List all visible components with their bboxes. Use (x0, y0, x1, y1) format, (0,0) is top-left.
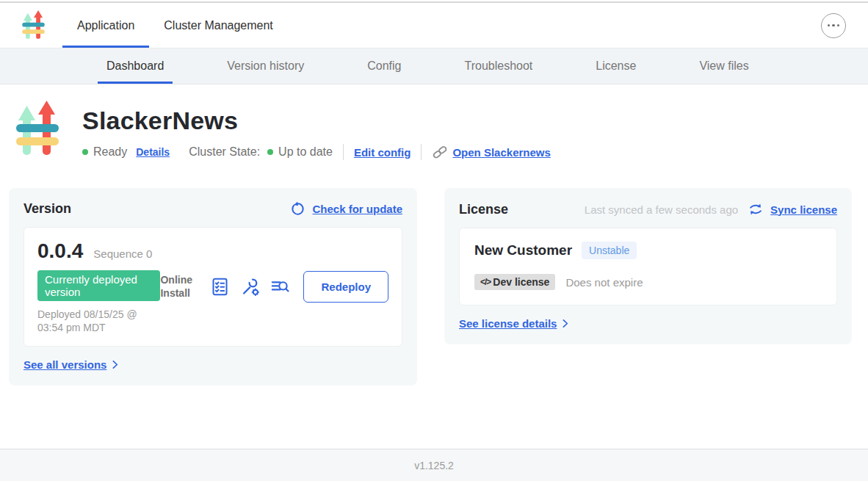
version-number: 0.0.4 (37, 239, 83, 263)
version-card: Version Check for update (9, 188, 417, 386)
deployed-badge: Currently deployed version (37, 270, 160, 301)
edit-config-button[interactable] (240, 277, 260, 297)
check-for-update-link[interactable]: Check for update (290, 201, 402, 217)
divider (343, 144, 344, 160)
chevron-right-icon (109, 358, 121, 371)
primary-nav: Application Cluster Management (62, 3, 288, 48)
see-all-versions-label: See all versions (23, 358, 106, 371)
slackernews-logo-icon-small (22, 10, 45, 41)
open-app-link[interactable]: Open Slackernews (432, 144, 550, 160)
customer-name: New Customer (474, 242, 572, 258)
version-card-header: Version Check for update (23, 201, 402, 217)
footer: v1.125.2 (0, 449, 868, 481)
license-card: License Last synced a few seconds ago Sy… (444, 188, 852, 344)
preflight-checks-button[interactable] (210, 277, 230, 297)
lines-search-icon (270, 277, 290, 297)
version-info: 0.0.4 Sequence 0 Currently deployed vers… (37, 239, 160, 334)
secondary-nav: Dashboard Version history Config Trouble… (0, 48, 868, 84)
version-actions: Online Install (160, 271, 388, 303)
app-header-bar: Application Cluster Management (0, 3, 868, 48)
cluster-state-label: Cluster State: (189, 145, 260, 159)
tab-troubleshoot[interactable]: Troubleshoot (455, 48, 541, 84)
license-customer-row: New Customer Unstable (474, 242, 822, 259)
page: Application Cluster Management Dashboard… (0, 0, 868, 481)
tab-view-files[interactable]: View files (690, 48, 757, 84)
license-type-label: Dev license (493, 276, 549, 288)
edit-config-link[interactable]: Edit config (354, 146, 411, 159)
sync-arrows-icon (748, 201, 764, 217)
tab-version-history[interactable]: Version history (218, 48, 313, 84)
ellipsis-icon (828, 24, 831, 27)
license-card-header: License Last synced a few seconds ago Sy… (459, 201, 837, 217)
cluster-state-value: Up to date (278, 145, 333, 159)
redeploy-button[interactable]: Redeploy (303, 271, 388, 303)
app-summary: SlackerNews Ready Details Cluster State:… (16, 101, 852, 160)
more-menu-button[interactable] (821, 13, 846, 38)
cluster-state-dot (267, 149, 273, 155)
see-license-details-link[interactable]: See license details (459, 317, 837, 330)
license-panel: New Customer Unstable </> Dev license Do… (459, 228, 837, 305)
last-synced-text: Last synced a few seconds ago (585, 203, 738, 216)
license-meta-row: </> Dev license Does not expire (474, 274, 822, 290)
app-status-text: Ready (93, 145, 127, 159)
check-for-update-label: Check for update (312, 203, 402, 215)
sync-license-link[interactable]: Sync license (770, 203, 837, 216)
main-content: SlackerNews Ready Details Cluster State:… (0, 84, 868, 449)
see-license-details-label: See license details (459, 317, 557, 330)
dashboard-cards: Version Check for update (9, 188, 852, 386)
status-details-link[interactable]: Details (136, 146, 170, 158)
tab-dashboard[interactable]: Dashboard (98, 48, 173, 84)
license-sync-area: Last synced a few seconds ago Sync licen… (585, 201, 837, 217)
version-card-title: Version (23, 201, 71, 217)
app-status-dot (82, 149, 88, 155)
install-type-label: Online Install (160, 274, 200, 300)
tab-license[interactable]: License (587, 48, 645, 84)
refresh-icon (290, 201, 305, 217)
license-expiry: Does not expire (565, 276, 643, 289)
console-version: v1.125.2 (414, 460, 454, 471)
channel-badge: Unstable (582, 242, 637, 259)
checklist-icon (210, 277, 230, 297)
wrench-gear-icon (240, 277, 260, 297)
tab-config[interactable]: Config (358, 48, 410, 84)
deployed-timestamp: Deployed 08/15/25 @ 03:54 pm MDT (37, 308, 160, 334)
open-app-link-label: Open Slackernews (452, 146, 550, 159)
license-card-title: License (459, 202, 508, 217)
sequence-label: Sequence 0 (93, 247, 152, 260)
page-title: SlackerNews (82, 106, 551, 135)
app-title-block: SlackerNews Ready Details Cluster State:… (82, 101, 551, 160)
divider (421, 144, 422, 160)
code-icon: </> (480, 277, 491, 287)
tab-application[interactable]: Application (62, 3, 149, 48)
tab-cluster-management[interactable]: Cluster Management (149, 3, 288, 48)
chevron-right-icon (559, 317, 571, 330)
header-spacer (288, 3, 821, 48)
slackernews-logo-icon-large (16, 101, 59, 160)
chain-link-icon (432, 144, 448, 160)
license-type-badge: </> Dev license (474, 274, 555, 290)
app-status-row: Ready Details Cluster State: Up to date … (82, 144, 551, 160)
view-diff-button[interactable] (270, 277, 290, 297)
current-version-panel: 0.0.4 Sequence 0 Currently deployed vers… (23, 227, 402, 347)
see-all-versions-link[interactable]: See all versions (23, 358, 402, 371)
